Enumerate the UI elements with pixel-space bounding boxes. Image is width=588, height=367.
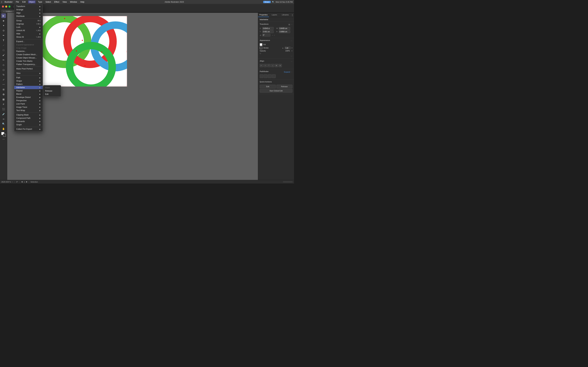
menu-window[interactable]: Window xyxy=(69,0,78,3)
menu-illustrator[interactable]: Illustrator xyxy=(3,0,13,3)
zoom-value[interactable]: 2620.929 % xyxy=(1,181,11,183)
apple-logo[interactable]:  xyxy=(1,1,2,3)
close-button[interactable] xyxy=(2,6,4,8)
menu-select[interactable]: Select xyxy=(44,0,52,3)
stroke-up-icon[interactable]: ▲ xyxy=(282,47,284,49)
menu-view[interactable]: View xyxy=(61,0,68,3)
paintbrush-tool[interactable]: 🖌 xyxy=(1,53,6,57)
menu-slice[interactable]: Slice ▶ xyxy=(14,72,43,75)
pen-tool[interactable]: ✒ xyxy=(1,33,6,38)
stroke-more[interactable]: ▾ xyxy=(292,47,292,49)
menu-image-trace[interactable]: Image Trace ▶ xyxy=(14,106,43,109)
menu-artboards[interactable]: Artboards ▶ xyxy=(14,120,43,123)
appearance-more[interactable]: ⋯ xyxy=(291,40,292,42)
blend-tool[interactable]: ∞ xyxy=(1,117,6,121)
tab-libraries[interactable]: Libraries xyxy=(280,13,291,17)
menu-transform[interactable]: Transform ▶ xyxy=(14,5,43,8)
search-icon[interactable]: 🔍 xyxy=(272,1,274,3)
menu-create-trim-marks[interactable]: Create Trim Marks xyxy=(14,59,43,63)
menu-blend[interactable]: Blend ▶ xyxy=(14,92,43,96)
menu-align[interactable]: Align ▶ xyxy=(14,11,43,15)
align-right-btn[interactable]: ⊤ xyxy=(267,64,270,67)
lasso-tool[interactable]: ⊙ xyxy=(1,28,6,33)
panel-options[interactable]: ⋮ xyxy=(291,13,294,17)
pathfinder-unite-btn[interactable] xyxy=(260,74,263,78)
menu-rasterize[interactable]: Rasterize... xyxy=(14,50,43,53)
menu-live-paint[interactable]: Live Paint ▶ xyxy=(14,102,43,106)
eraser-tool[interactable]: ◻ xyxy=(1,67,6,72)
menu-type[interactable]: Type xyxy=(37,0,43,3)
menu-hide[interactable]: Hide ▶ xyxy=(14,32,43,35)
eyedropper-tool[interactable]: 💉 xyxy=(1,112,6,116)
pencil-tool[interactable]: ✏ xyxy=(1,58,6,62)
object-menu[interactable]: Transform ▶ Arrange ▶ Align ▶ Distribute… xyxy=(14,4,43,132)
tab-properties[interactable]: Properties xyxy=(258,13,269,17)
scroll-indicator[interactable] xyxy=(283,181,293,183)
align-bottom-btn[interactable]: ⊟ xyxy=(279,64,282,67)
menu-distribute[interactable]: Distribute ▶ xyxy=(14,15,43,18)
menu-arrange[interactable]: Arrange ▶ xyxy=(14,8,43,11)
h-input[interactable] xyxy=(279,30,290,33)
zoom-tool[interactable]: 🔍 xyxy=(1,122,6,126)
menu-object[interactable]: Object xyxy=(28,0,36,3)
symbol-sprayer-tool[interactable]: ✿ xyxy=(1,92,6,97)
menu-compound-path[interactable]: Compound Path ▶ xyxy=(14,117,43,120)
menu-clipping-mask[interactable]: Clipping Mask ▶ xyxy=(14,113,43,117)
menu-create-gradient-mesh[interactable]: Create Gradient Mesh... xyxy=(14,53,43,56)
menu-create-object-mosaic[interactable]: Create Object Mosaic... xyxy=(14,56,43,59)
release-button[interactable]: Release xyxy=(277,85,293,88)
menu-effect[interactable]: Effect xyxy=(53,0,60,3)
direct-selection-tool[interactable]: ◈ xyxy=(1,18,6,23)
hand-tool[interactable]: ✋ xyxy=(1,126,6,131)
angle-input[interactable] xyxy=(262,34,270,37)
selection-tool[interactable]: ▶ xyxy=(1,13,6,18)
tab-layers[interactable]: Layers xyxy=(269,13,280,17)
menu-expand[interactable]: Expand... xyxy=(14,40,43,43)
rectangle-tool[interactable]: □ xyxy=(1,48,6,52)
pathfinder-exclude-btn[interactable] xyxy=(272,74,276,78)
menu-make-pixel-perfect[interactable]: Make Pixel Perfect xyxy=(14,67,43,70)
column-graph-tool[interactable]: ▦ xyxy=(1,97,6,101)
start-global-edit-button[interactable]: Start Global Edit xyxy=(260,89,292,92)
gradient-tool[interactable]: ⬛ xyxy=(1,107,6,111)
more-tools[interactable]: ⋯ xyxy=(1,137,6,142)
fill-stroke-widget[interactable] xyxy=(1,132,6,137)
menu-graph[interactable]: Graph ▶ xyxy=(14,123,43,126)
submenu-edit[interactable]: Edit xyxy=(43,92,61,96)
share-button[interactable]: Share xyxy=(263,1,270,3)
page-nav-next[interactable]: ▶ xyxy=(26,181,27,183)
align-top-btn[interactable]: ⊥ xyxy=(271,64,274,67)
x-input[interactable] xyxy=(262,27,274,30)
menu-ungroup[interactable]: Ungroup ⇧⌘G xyxy=(14,22,43,25)
menu-path[interactable]: Path ▶ xyxy=(14,76,43,79)
align-center-v-btn[interactable]: ⊞ xyxy=(275,64,278,67)
edit-button[interactable]: Edit xyxy=(260,85,276,88)
submenu-release[interactable]: Release xyxy=(43,89,61,92)
menu-unlock-all[interactable]: Unlock All ⌥⌘2 xyxy=(14,29,43,32)
fill-swatch[interactable] xyxy=(260,43,262,46)
menu-show-all[interactable]: Show All ⌥⌘3 xyxy=(14,35,43,39)
w-input[interactable] xyxy=(279,27,290,30)
magic-wand-tool[interactable]: ✦ xyxy=(1,23,6,28)
pathfinder-intersect-btn[interactable] xyxy=(268,74,271,78)
menu-pattern[interactable]: Pattern ▶ xyxy=(14,83,43,86)
line-tool[interactable]: ⟋ xyxy=(1,43,6,48)
menu-flatten-transparency[interactable]: Flatten Transparency... xyxy=(14,63,43,66)
transform-link-icon[interactable]: ⊞ xyxy=(288,24,290,26)
align-center-h-btn[interactable]: ⊣ xyxy=(263,64,267,67)
menu-text-wrap[interactable]: Text Wrap ▶ xyxy=(14,109,43,112)
type-tool[interactable]: T xyxy=(1,38,6,43)
scale-tool[interactable]: ⤢ xyxy=(1,77,6,82)
page-nav-prev[interactable]: ◀ xyxy=(21,181,23,183)
menu-perspective[interactable]: Perspective ▶ xyxy=(14,99,43,102)
pathfinder-more[interactable]: ⋯ xyxy=(291,71,292,73)
menu-help[interactable]: Help xyxy=(79,0,86,3)
y-input[interactable] xyxy=(262,30,274,33)
warp-tool[interactable]: 〰 xyxy=(1,82,6,87)
menu-repeat[interactable]: Repeat ▶ xyxy=(14,89,43,92)
appearance-section-more[interactable]: ⋯ xyxy=(291,55,292,57)
menu-group[interactable]: Group ⌘G xyxy=(14,19,43,22)
menu-edit[interactable]: Edit xyxy=(21,0,27,3)
minimize-button[interactable] xyxy=(5,6,7,8)
pathfinder-expand-btn[interactable]: Expand xyxy=(284,71,290,73)
